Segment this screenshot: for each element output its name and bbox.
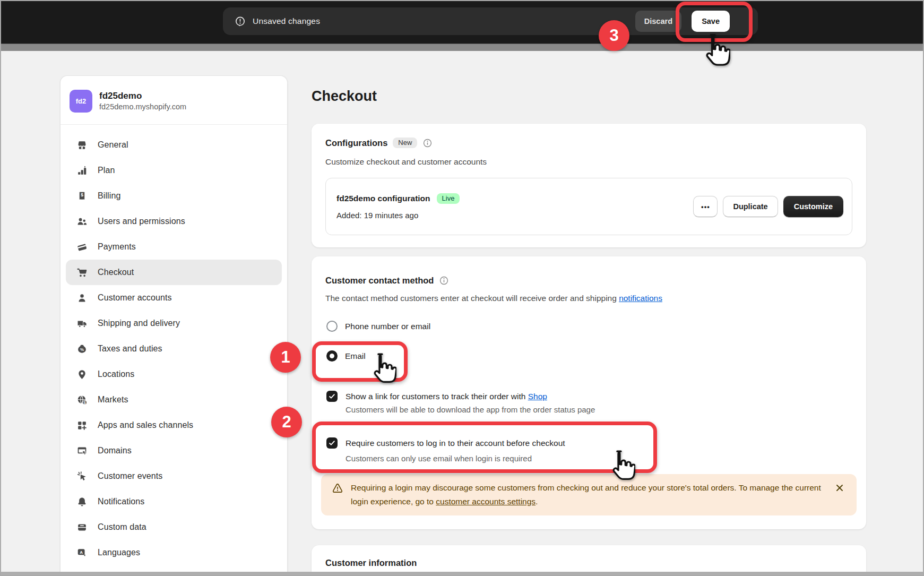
close-icon[interactable] bbox=[834, 483, 845, 493]
warning-text-suffix: . bbox=[536, 497, 538, 506]
annotation-step-1: 1 bbox=[270, 342, 301, 373]
checkbox-checked-icon[interactable] bbox=[326, 391, 338, 402]
sidebar-item-label: Locations bbox=[98, 369, 134, 379]
configuration-row: fd25demo configuration Live Added: 19 mi… bbox=[325, 178, 852, 235]
receipt-icon: $ bbox=[76, 191, 88, 202]
cursor-hand-icon bbox=[368, 352, 396, 387]
sidebar-item-label: Users and permissions bbox=[98, 217, 185, 226]
configurations-title: Configurations bbox=[325, 138, 387, 148]
sidebar-item-locations[interactable]: Locations bbox=[66, 362, 282, 387]
sidebar-item-apps-sales-channels[interactable]: Apps and sales channels bbox=[66, 412, 282, 438]
customer-contact-method-card: Customer contact method The contact meth… bbox=[312, 256, 866, 529]
duplicate-button[interactable]: Duplicate bbox=[723, 196, 778, 217]
warning-icon bbox=[332, 483, 343, 494]
store-icon bbox=[76, 140, 88, 151]
alert-icon bbox=[235, 16, 246, 27]
sidebar-item-customer-events[interactable]: Customer events bbox=[66, 463, 282, 489]
sidebar-item-shipping-delivery[interactable]: Shipping and delivery bbox=[66, 311, 282, 336]
sidebar-item-customer-accounts[interactable]: Customer accounts bbox=[66, 285, 282, 311]
live-badge: Live bbox=[437, 193, 460, 204]
sidebar-item-notifications[interactable]: Notifications bbox=[66, 489, 282, 514]
store-name: fd25demo bbox=[99, 90, 186, 101]
sidebar-item-domains[interactable]: Domains bbox=[66, 438, 282, 463]
store-header: fd2 fd25demo fd25demo.myshopify.com bbox=[61, 76, 287, 125]
notifications-link[interactable]: notifications bbox=[619, 294, 662, 303]
customer-accounts-settings-link[interactable]: customer accounts settings bbox=[436, 497, 536, 506]
contact-method-description: The contact method customers enter at ch… bbox=[325, 294, 662, 303]
sidebar-item-plan[interactable]: Plan bbox=[66, 158, 282, 183]
globe-icon: $ bbox=[76, 394, 88, 406]
plan-steps-icon bbox=[76, 165, 88, 176]
cart-icon bbox=[76, 267, 88, 278]
sidebar-item-label: Custom data bbox=[98, 522, 146, 532]
radio-unselected-icon[interactable] bbox=[326, 321, 338, 332]
description-text: The contact method customers enter at ch… bbox=[325, 294, 619, 303]
radio-label: Phone number or email bbox=[345, 322, 430, 331]
custom-data-icon bbox=[76, 522, 88, 533]
discard-button[interactable]: Discard bbox=[635, 11, 681, 32]
cursor-hand-icon bbox=[700, 33, 730, 70]
sidebar-item-markets[interactable]: $ Markets bbox=[66, 387, 282, 412]
apps-grid-icon bbox=[76, 420, 88, 431]
users-icon bbox=[76, 216, 88, 227]
svg-text:%: % bbox=[80, 347, 84, 352]
svg-text:$: $ bbox=[81, 192, 83, 197]
configurations-subtitle: Customize checkout and customer accounts bbox=[325, 157, 487, 167]
configuration-added: Added: 19 minutes ago bbox=[336, 211, 693, 220]
location-pin-icon bbox=[76, 369, 88, 380]
annotation-step-2: 2 bbox=[271, 407, 302, 437]
sidebar-item-general[interactable]: General bbox=[66, 132, 282, 158]
sidebar-item-custom-data[interactable]: Custom data bbox=[66, 514, 282, 540]
track-label-text: Show a link for customers to track their… bbox=[346, 392, 528, 401]
sidebar-item-label: Taxes and duties bbox=[98, 344, 162, 354]
sidebar-item-label: Customer events bbox=[98, 471, 162, 481]
truck-icon bbox=[76, 318, 88, 329]
sidebar-item-label: Languages bbox=[98, 548, 140, 557]
domain-window-icon bbox=[76, 445, 88, 457]
track-help-text: Customers will be able to download the a… bbox=[346, 405, 595, 414]
info-icon[interactable] bbox=[439, 276, 449, 286]
sidebar-item-checkout[interactable]: Checkout bbox=[66, 260, 282, 285]
customize-button[interactable]: Customize bbox=[783, 196, 843, 217]
person-icon bbox=[76, 293, 88, 304]
shop-link[interactable]: Shop bbox=[528, 392, 547, 401]
unsaved-changes-label: Unsaved changes bbox=[253, 16, 320, 26]
store-avatar: fd2 bbox=[70, 90, 92, 113]
configurations-card: Configurations New Customize checkout an… bbox=[312, 124, 866, 247]
sidebar-item-label: Checkout bbox=[98, 268, 134, 277]
annotation-highlight-require-login bbox=[312, 422, 657, 473]
top-bar: Unsaved changes Discard Save bbox=[0, 0, 924, 44]
sidebar-item-label: Billing bbox=[98, 191, 120, 201]
sidebar-item-label: Domains bbox=[98, 446, 132, 455]
login-warning-banner: Requiring a login may discourage some cu… bbox=[321, 474, 857, 515]
translate-icon: A bbox=[76, 547, 88, 558]
svg-text:A: A bbox=[80, 549, 83, 554]
checkbox-track-order-shop[interactable]: Show a link for customers to track their… bbox=[326, 391, 547, 402]
sidebar-item-label: Markets bbox=[98, 395, 128, 405]
sidebar-item-billing[interactable]: $ Billing bbox=[66, 183, 282, 209]
contact-method-title: Customer contact method bbox=[325, 276, 434, 286]
radio-phone-or-email[interactable]: Phone number or email bbox=[326, 321, 430, 332]
checkbox-label: Show a link for customers to track their… bbox=[346, 392, 547, 401]
warning-text-body: Requiring a login may discourage some cu… bbox=[351, 483, 821, 506]
info-icon[interactable] bbox=[422, 138, 433, 148]
warning-text: Requiring a login may discourage some cu… bbox=[351, 481, 829, 509]
sidebar-item-label: General bbox=[98, 140, 128, 150]
sidebar-item-taxes-duties[interactable]: % Taxes and duties bbox=[66, 336, 282, 362]
new-badge: New bbox=[393, 137, 417, 148]
sidebar-item-payments[interactable]: Payments bbox=[66, 234, 282, 260]
sidebar-item-label: Notifications bbox=[98, 497, 144, 506]
sidebar-item-languages[interactable]: A Languages bbox=[66, 540, 282, 565]
window-bottom-edge bbox=[0, 572, 924, 576]
sidebar-item-label: Payments bbox=[98, 242, 136, 252]
customer-information-title: Customer information bbox=[325, 558, 417, 568]
sidebar-item-users-permissions[interactable]: Users and permissions bbox=[66, 209, 282, 234]
cursor-hand-icon bbox=[607, 449, 635, 484]
store-domain: fd25demo.myshopify.com bbox=[99, 102, 186, 112]
annotation-step-3: 3 bbox=[599, 20, 629, 51]
page-title: Checkout bbox=[312, 88, 377, 105]
more-actions-button[interactable]: ••• bbox=[693, 196, 718, 217]
payment-card-icon bbox=[76, 242, 88, 253]
svg-text:$: $ bbox=[84, 400, 86, 405]
sidebar-item-label: Apps and sales channels bbox=[98, 420, 193, 430]
